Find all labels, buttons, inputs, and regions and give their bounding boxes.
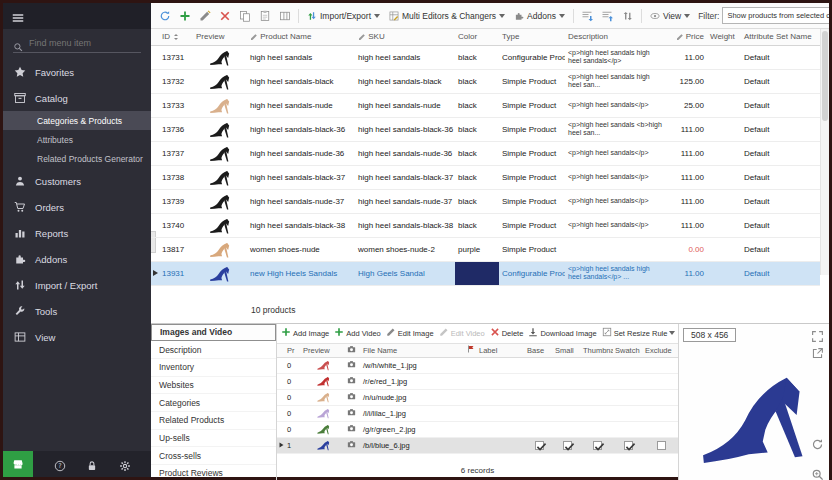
small-cell[interactable] — [553, 438, 581, 454]
delete-product-icon[interactable] — [216, 7, 233, 24]
product-row[interactable]: 13739high heel sandals-nude-37high heel … — [151, 189, 820, 213]
tab-categories[interactable]: Categories — [151, 394, 276, 412]
product-sku[interactable]: high heel sandals — [355, 45, 455, 69]
sidebar-item-customers[interactable]: Customers — [3, 168, 151, 194]
product-name[interactable]: high heel sandals-nude — [247, 93, 355, 117]
tab-related-products[interactable]: Related Products — [151, 412, 276, 430]
add-video-button[interactable]: Add Video — [334, 327, 380, 339]
image-row[interactable]: 0/g/r/green_2.jpg — [277, 422, 679, 438]
base-cell[interactable] — [525, 422, 553, 438]
sidebar-item-orders[interactable]: Orders — [3, 194, 151, 220]
product-row[interactable]: 13733high heel sandals-nudehigh heel san… — [151, 93, 820, 117]
product-price[interactable]: 11.00 — [665, 261, 707, 285]
product-price[interactable]: 25.00 — [665, 93, 707, 117]
image-row[interactable]: 0/l/i/lilac_1.jpg — [277, 406, 679, 422]
sidebar-item-categories-products[interactable]: Categories & Products — [3, 111, 151, 130]
add-image-button[interactable]: Add Image — [281, 327, 329, 339]
swatch-cell[interactable] — [613, 390, 643, 406]
product-sku[interactable]: high heel sandals-black-37 — [355, 165, 455, 189]
sort-rows-icon[interactable] — [619, 7, 636, 24]
product-name[interactable]: new High Heels Sandals — [247, 261, 355, 285]
column-header-color[interactable]: Color — [455, 29, 499, 45]
multi-editors-button[interactable]: Multi Editors & Changers — [386, 10, 508, 22]
column-header-product-name[interactable]: Product Name — [247, 29, 355, 45]
collapse-all-icon[interactable] — [599, 7, 616, 24]
image-row[interactable]: 0/n/u/nude.jpg — [277, 390, 679, 406]
swatch-cell[interactable] — [613, 358, 643, 374]
product-name[interactable]: high heel sandals — [247, 45, 355, 69]
import-export-button[interactable]: Import/Export — [304, 10, 383, 22]
small-cell[interactable] — [553, 374, 581, 390]
product-price[interactable]: 111.00 — [665, 141, 707, 165]
sidebar-item-catalog[interactable]: Catalog — [3, 85, 151, 111]
column-header-base[interactable]: Base — [525, 344, 553, 358]
product-sku[interactable]: high heel sandals-nude — [355, 93, 455, 117]
settings-gear-icon[interactable] — [119, 458, 131, 470]
product-price[interactable]: 11.00 — [665, 45, 707, 69]
column-header-description[interactable]: Description — [565, 29, 665, 45]
image-file-name[interactable]: /b/l/blue_6.jpg — [361, 438, 465, 454]
edit-product-icon[interactable] — [196, 7, 213, 24]
column-header-id[interactable]: ID — [159, 29, 193, 45]
tab-cross-sells[interactable]: Cross-sells — [151, 447, 276, 465]
image-file-name[interactable]: /w/h/white_1.jpg — [361, 358, 465, 374]
grid-scrollbar[interactable] — [820, 29, 829, 275]
small-cell[interactable] — [553, 358, 581, 374]
exclude-cell[interactable] — [643, 438, 679, 454]
exclude-cell[interactable] — [643, 390, 679, 406]
expand-all-icon[interactable] — [579, 7, 596, 24]
image-label[interactable] — [477, 422, 525, 438]
product-price[interactable]: 111.00 — [665, 189, 707, 213]
image-label[interactable] — [477, 374, 525, 390]
column-header-preview[interactable]: Preview — [193, 29, 247, 45]
image-position[interactable]: 1 — [285, 438, 301, 454]
sidebar-item-addons[interactable]: Addons — [3, 246, 151, 272]
view-button[interactable]: View — [647, 10, 693, 22]
product-row[interactable]: 13931new High Heels SandalsHigh Geels Sa… — [151, 261, 820, 285]
image-label[interactable] — [477, 358, 525, 374]
image-label[interactable] — [477, 390, 525, 406]
image-position[interactable]: 0 — [285, 374, 301, 390]
product-row[interactable]: 13732high heel sandals-blackhigh heel sa… — [151, 69, 820, 93]
sidebar-item-related-products-generator[interactable]: Related Products Generator — [3, 149, 151, 168]
product-name[interactable]: high heel sandals-black-36 — [247, 117, 355, 141]
product-price[interactable]: 0.00 — [665, 237, 707, 261]
sidebar-item-import-export[interactable]: Import / Export — [3, 272, 151, 298]
sidebar-item-tools[interactable]: Tools — [3, 298, 151, 324]
base-cell[interactable] — [525, 406, 553, 422]
sidebar-item-view[interactable]: View — [3, 324, 151, 350]
base-cell[interactable] — [525, 438, 553, 454]
swatch-cell[interactable] — [613, 422, 643, 438]
small-cell[interactable] — [553, 422, 581, 438]
copy-icon[interactable] — [236, 7, 253, 24]
edit-video-button[interactable]: Edit Video — [439, 327, 485, 339]
column-header-file-name[interactable]: File Name — [361, 344, 465, 358]
edit-image-button[interactable]: Edit Image — [386, 327, 434, 339]
tab-images-and-video[interactable]: Images and Video — [151, 324, 276, 342]
product-row[interactable]: 13817women shoes-nudewomen shoes-nude-2p… — [151, 237, 820, 261]
product-sku[interactable]: women shoes-nude-2 — [355, 237, 455, 261]
thumbnail-cell[interactable] — [581, 406, 613, 422]
addons-button[interactable]: Addons — [511, 10, 568, 22]
product-price[interactable]: 111.00 — [665, 117, 707, 141]
image-row[interactable]: 0/w/h/white_1.jpg — [277, 358, 679, 374]
image-position[interactable]: 0 — [285, 390, 301, 406]
column-header-thumbnail[interactable]: Thumbna — [581, 344, 613, 358]
product-price[interactable]: 125.00 — [665, 69, 707, 93]
swatch-cell[interactable] — [613, 406, 643, 422]
product-price[interactable]: 111.00 — [665, 165, 707, 189]
set-resize-rule-button[interactable]: Set Resize Rule — [602, 327, 676, 339]
swatch-cell[interactable] — [613, 438, 643, 454]
scrollbar-thumb[interactable] — [822, 31, 828, 121]
image-label[interactable] — [477, 438, 525, 454]
open-external-icon[interactable] — [811, 346, 824, 359]
product-sku[interactable]: High Geels Sandal — [355, 261, 455, 285]
product-price[interactable]: 111.00 — [665, 213, 707, 237]
exclude-cell[interactable] — [643, 406, 679, 422]
column-header-position[interactable]: Pr — [285, 344, 301, 358]
download-image-button[interactable]: Download Image — [528, 327, 596, 339]
exclude-cell[interactable] — [643, 374, 679, 390]
tab-description[interactable]: Description — [151, 341, 276, 359]
thumbnail-cell[interactable] — [581, 390, 613, 406]
small-cell[interactable] — [553, 390, 581, 406]
